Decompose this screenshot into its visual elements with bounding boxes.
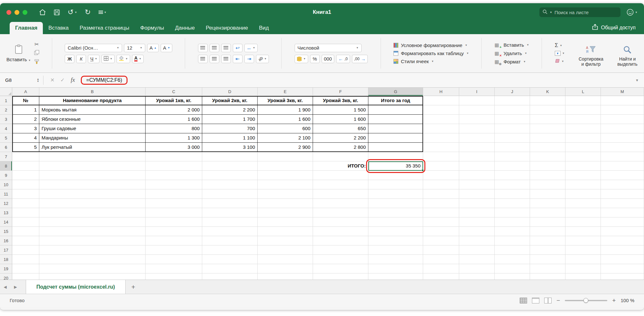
cell-C10[interactable] xyxy=(146,180,202,189)
row-header-10[interactable]: 10 xyxy=(0,180,12,189)
cell-B10[interactable] xyxy=(39,180,146,189)
tab-review[interactable]: Рецензирование xyxy=(200,22,253,34)
cell-K14[interactable] xyxy=(530,217,565,227)
cell-C17[interactable] xyxy=(146,245,202,255)
cell-L12[interactable] xyxy=(565,199,601,208)
page-layout-view-button[interactable] xyxy=(532,298,539,303)
select-all-corner[interactable] xyxy=(0,88,12,96)
row-header-1[interactable]: 1 xyxy=(0,96,12,105)
search-input[interactable]: ▼ Поиск на листе xyxy=(539,7,620,17)
cell-D12[interactable] xyxy=(202,199,258,208)
cell-J19[interactable] xyxy=(495,264,530,273)
cell-D11[interactable] xyxy=(202,189,258,199)
cell-I10[interactable] xyxy=(459,180,495,189)
cell-E6[interactable]: 2 900 xyxy=(258,143,313,152)
cell-B19[interactable] xyxy=(39,264,146,273)
cell-F5[interactable]: 2 200 xyxy=(313,133,368,143)
cell-M19[interactable] xyxy=(601,264,644,273)
cell-L16[interactable] xyxy=(565,236,601,245)
cell-M2[interactable] xyxy=(601,105,644,115)
cell-K8[interactable] xyxy=(530,161,565,171)
cell-C4[interactable]: 800 xyxy=(146,124,202,133)
zoom-slider-knob[interactable] xyxy=(583,298,588,303)
cell-A5[interactable]: 4 xyxy=(12,133,39,143)
cell-K7[interactable] xyxy=(530,152,565,161)
align-top-button[interactable] xyxy=(198,44,208,52)
cell-M16[interactable] xyxy=(601,236,644,245)
cell-A1[interactable]: № xyxy=(12,96,39,105)
cell-M14[interactable] xyxy=(601,217,644,227)
cell-L4[interactable] xyxy=(565,124,601,133)
column-header-G[interactable]: G xyxy=(368,88,423,96)
cell-G16[interactable] xyxy=(368,236,423,245)
cell-A4[interactable]: 3 xyxy=(12,124,39,133)
cell-F19[interactable] xyxy=(313,264,368,273)
cell-I6[interactable] xyxy=(459,143,495,152)
cell-C19[interactable] xyxy=(146,264,202,273)
font-size-select[interactable]: 12▼ xyxy=(124,44,145,52)
decrease-indent-button[interactable]: ⇤ xyxy=(233,55,242,63)
column-header-M[interactable]: M xyxy=(601,88,644,96)
cell-A20[interactable] xyxy=(12,273,39,280)
cell-I12[interactable] xyxy=(459,199,495,208)
copy-button[interactable] xyxy=(34,50,39,56)
cell-H7[interactable] xyxy=(423,152,459,161)
cell-B16[interactable] xyxy=(39,236,146,245)
cell-D2[interactable]: 2 200 xyxy=(202,105,258,115)
cut-button[interactable]: ✂ xyxy=(34,41,39,47)
cell-J14[interactable] xyxy=(495,217,530,227)
row-header-11[interactable]: 11 xyxy=(0,189,12,199)
cell-L5[interactable] xyxy=(565,133,601,143)
cell-L10[interactable] xyxy=(565,180,601,189)
cell-C2[interactable]: 2 000 xyxy=(146,105,202,115)
cell-I1[interactable] xyxy=(459,96,495,105)
cell-L6[interactable] xyxy=(565,143,601,152)
cell-I4[interactable] xyxy=(459,124,495,133)
cell-E3[interactable]: 1 600 xyxy=(258,115,313,124)
cell-B6[interactable]: Лук репчатый xyxy=(39,143,146,152)
zoom-slider[interactable] xyxy=(565,300,607,301)
cell-B4[interactable]: Груши садовые xyxy=(39,124,146,133)
cell-D13[interactable] xyxy=(202,208,258,217)
insert-function-icon[interactable]: fx xyxy=(71,77,75,83)
enter-icon[interactable]: ✓ xyxy=(60,77,64,83)
cell-F15[interactable] xyxy=(313,227,368,236)
close-window-button[interactable] xyxy=(6,10,11,15)
fill-handle[interactable] xyxy=(421,169,424,171)
accounting-format-button[interactable]: ▼ xyxy=(295,55,308,63)
cell-J10[interactable] xyxy=(495,180,530,189)
cell-J20[interactable] xyxy=(495,273,530,280)
cell-D20[interactable] xyxy=(202,273,258,280)
zoom-window-button[interactable] xyxy=(23,10,27,15)
cell-H15[interactable] xyxy=(423,227,459,236)
cell-I7[interactable] xyxy=(459,152,495,161)
cell-B9[interactable] xyxy=(39,171,146,180)
cell-G8[interactable]: 35 350 xyxy=(368,161,423,171)
cell-B18[interactable] xyxy=(39,255,146,264)
grow-font-button[interactable]: A▲ xyxy=(147,44,159,52)
cell-K9[interactable] xyxy=(530,171,565,180)
font-name-select[interactable]: Calibri (Осн…▼ xyxy=(65,44,122,52)
cell-J16[interactable] xyxy=(495,236,530,245)
cell-I20[interactable] xyxy=(459,273,495,280)
cell-K16[interactable] xyxy=(530,236,565,245)
cell-C1[interactable]: Урожай 1кв, кг. xyxy=(146,96,202,105)
cell-H10[interactable] xyxy=(423,180,459,189)
row-header-3[interactable]: 3 xyxy=(0,115,12,124)
cell-E10[interactable] xyxy=(258,180,313,189)
cell-E13[interactable] xyxy=(258,208,313,217)
cell-M1[interactable] xyxy=(601,96,644,105)
column-header-I[interactable]: I xyxy=(459,88,495,96)
align-left-button[interactable] xyxy=(198,55,208,63)
cell-M9[interactable] xyxy=(601,171,644,180)
cell-A11[interactable] xyxy=(12,189,39,199)
page-break-view-button[interactable] xyxy=(544,298,552,303)
cell-B3[interactable]: Яблоки сезонные xyxy=(39,115,146,124)
cell-I13[interactable] xyxy=(459,208,495,217)
cell-K15[interactable] xyxy=(530,227,565,236)
cell-M10[interactable] xyxy=(601,180,644,189)
column-header-E[interactable]: E xyxy=(258,88,313,96)
cell-A17[interactable] xyxy=(12,245,39,255)
cell-F2[interactable]: 1 500 xyxy=(313,105,368,115)
cell-I14[interactable] xyxy=(459,217,495,227)
